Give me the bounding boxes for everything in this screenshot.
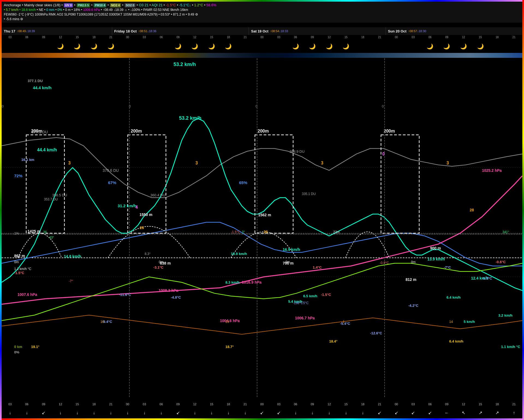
svg-text:26: 26 xyxy=(140,226,144,230)
svg-text:1016.9 hPa: 1016.9 hPa xyxy=(242,280,262,284)
sun-label: Sun 20 Oct xyxy=(388,29,407,33)
svg-text:5 km/h: 5 km/h xyxy=(464,320,475,324)
thu-sunset: ↓18:39 xyxy=(26,29,35,33)
wind-arrow: ↙ xyxy=(169,407,186,418)
svg-text:72%: 72% xyxy=(14,173,22,178)
bottom-time-label: 15 xyxy=(472,401,489,407)
bottom-time-label: 06 xyxy=(19,401,35,407)
weather-icon: 🌙 xyxy=(287,41,304,52)
weather-icon: ☀ xyxy=(237,41,254,52)
hour-label: 09 xyxy=(438,35,455,40)
svg-text:812 m: 812 m xyxy=(406,277,416,282)
svg-text:200m: 200m xyxy=(384,129,395,133)
fri-sunset: ↓18:36 xyxy=(147,29,156,33)
bottom-time-label: 06 xyxy=(287,401,304,407)
svg-text:1.4°C: 1.4°C xyxy=(313,265,322,269)
bottom-time-label: 03 xyxy=(405,401,422,407)
svg-text:1006.7 hPa: 1006.7 hPa xyxy=(295,316,315,320)
svg-text:31.2 km/h: 31.2 km/h xyxy=(118,203,136,208)
svg-text:26: 26 xyxy=(264,230,268,234)
hour-labels-bar: 0306091215182100030609121518210003060912… xyxy=(2,35,522,40)
hour-label: 15 xyxy=(203,35,220,40)
weather-icon: ☀ xyxy=(388,41,405,52)
svg-text:-198°C5°C: -198°C5°C xyxy=(293,301,309,305)
chart-area: 377.1 DU 370.6 DU 360.4 DU 356.5 DU 353.… xyxy=(2,58,522,397)
svg-text:3: 3 xyxy=(68,161,71,165)
svg-text:-3.1°C: -3.1°C xyxy=(153,265,164,269)
hour-label: 21 xyxy=(237,35,254,40)
day-divider-2 xyxy=(257,58,257,397)
bottom-time-label: 09 xyxy=(438,401,455,407)
svg-text:0: 0 xyxy=(2,104,4,108)
hour-label: 15 xyxy=(69,35,86,40)
weather-icon: ☁ xyxy=(354,41,371,52)
weather-icon: ☀ xyxy=(270,41,287,52)
svg-text:1550 m: 1550 m xyxy=(139,212,152,217)
weather-icon: ☁ xyxy=(2,41,19,52)
weather-icon: 🌙 xyxy=(69,41,86,52)
svg-text:900 m: 900 m xyxy=(430,246,441,250)
rainbow-border-top xyxy=(0,0,524,2)
hour-label: 06 xyxy=(153,35,170,40)
weather-icon: 🌙 xyxy=(304,41,321,52)
date-sat: Sat 19 Oct ↑08:54 ↓18:33 xyxy=(249,27,386,35)
svg-text:0 km: 0 km xyxy=(14,345,22,349)
svg-text:0m: 0m xyxy=(411,260,416,264)
hour-label: 21 xyxy=(371,35,388,40)
svg-text:-7°: -7° xyxy=(69,279,73,283)
bottom-time-label: 15 xyxy=(338,401,355,407)
header-line3: FEW060 -1°C (-9°C) 1009hPa RMK AO2 SLP09… xyxy=(4,12,520,17)
thu-sunrise: ↑08:49 xyxy=(17,29,26,33)
svg-text:.: . xyxy=(55,241,56,245)
svg-text:4: 4 xyxy=(135,205,138,209)
svg-text:18.4°: 18.4° xyxy=(329,339,337,343)
weather-icon: ☀ xyxy=(254,41,270,52)
hour-label: 00 xyxy=(254,35,270,40)
temp1: -1.5°C xyxy=(166,3,176,7)
wind-arrow: ← xyxy=(438,407,455,418)
bottom-time-label: 00 xyxy=(388,401,405,407)
condition: Mainly clear skies (1/8) xyxy=(24,3,61,7)
svg-text:200m: 200m xyxy=(258,129,269,133)
weather-icon: 🌙 xyxy=(438,41,455,52)
weather-icon: 🌙 xyxy=(422,41,439,52)
weather-icon: ☀ xyxy=(19,41,35,52)
day-divider-3 xyxy=(384,58,385,397)
header: Anchorage • Mainly clear skies (1/8) • U… xyxy=(2,2,522,23)
hour-label: 09 xyxy=(169,35,186,40)
svg-text:341°: 341° xyxy=(502,230,509,234)
wind-arrow: ↙ xyxy=(371,407,388,418)
wind-arrow: ↙ xyxy=(405,407,422,418)
svg-text:1: 1 xyxy=(343,320,345,324)
weather-icon: 🌙 xyxy=(169,41,186,52)
thu-label: Thu 17 xyxy=(4,29,15,33)
svg-text:14.8 km/h: 14.8 km/h xyxy=(64,254,81,259)
weather-icon: ☀ xyxy=(153,41,170,52)
weather-icons-bar: ☁☀☀🌙🌙🌙🌙☀☀☀🌙🌙🌙🌙☀☀☀🌙🌙🌙🌙☁☁☀☀🌙🌙🌙🌙☁☁ xyxy=(2,40,522,53)
svg-text:-5.4°C: -5.4°C xyxy=(340,322,350,326)
wind-arrow: ↓ xyxy=(186,407,203,418)
svg-text:1.1 km/h °C: 1.1 km/h °C xyxy=(501,345,520,349)
svg-text:15: 15 xyxy=(100,320,104,324)
rainbow-border-right xyxy=(522,0,524,420)
humidity: 58.6% xyxy=(206,3,216,7)
svg-text:-1.5°C: -1.5°C xyxy=(231,230,240,234)
hour-label: 18 xyxy=(354,35,371,40)
bottom-time-label: 18 xyxy=(220,401,237,407)
svg-text:22m: 22m xyxy=(333,230,340,234)
wind-arrow: ↓ xyxy=(203,407,220,418)
date-thu: Thu 17 ↑08:49 ↓18:39 xyxy=(2,27,112,35)
weather-icon: ☀ xyxy=(136,41,153,52)
svg-text:6.4 km/h: 6.4 km/h xyxy=(449,339,463,343)
svg-text:13.9 km/h: 13.9 km/h xyxy=(427,257,445,261)
svg-text:200m: 200m xyxy=(31,129,42,133)
wind-arrow: ↗ xyxy=(489,407,506,418)
svg-text:16.1 km: 16.1 km xyxy=(21,158,34,162)
bottom-time-label: 18 xyxy=(354,401,371,407)
weather-icon: 🌙 xyxy=(86,41,103,52)
svg-text:3.2 km/h: 3.2 km/h xyxy=(498,313,513,317)
svg-text:353.7 DU: 353.7 DU xyxy=(44,197,58,201)
wind-arrow: ↓ xyxy=(354,407,371,418)
svg-text:0%: 0% xyxy=(14,350,19,354)
svg-text:1%: 1% xyxy=(14,232,19,235)
